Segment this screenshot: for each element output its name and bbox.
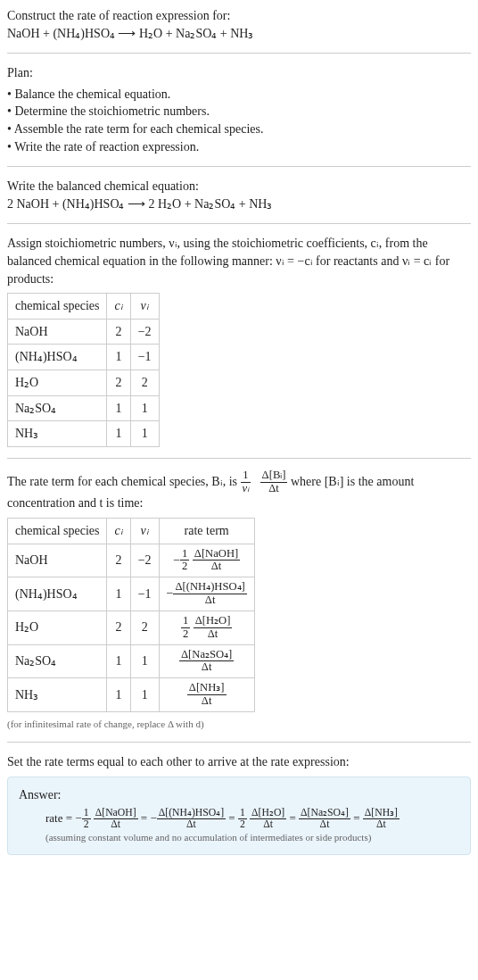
divider <box>7 53 471 54</box>
table-row: NH₃11Δ[NH₃]Δt <box>8 678 255 712</box>
dBi-dt: Δ[Bᵢ] Δt <box>260 469 288 495</box>
cell-vi: −2 <box>130 319 159 345</box>
rate-term-table: chemical species cᵢ νᵢ rate term NaOH2−2… <box>7 518 255 712</box>
table-row: (NH₄)HSO₄ 1 −1 <box>8 345 160 370</box>
frac-num: Δ[Bᵢ] <box>260 469 288 483</box>
frac-num: 1 <box>241 469 251 483</box>
table-row: NaOH2−2−12 Δ[NaOH]Δt <box>8 544 255 577</box>
prompt: Construct the rate of reaction expressio… <box>7 7 471 42</box>
cell-vi: 1 <box>130 421 159 447</box>
col-header-ci: cᵢ <box>107 518 130 544</box>
cell-vi: −2 <box>130 544 159 577</box>
rate-expression: rate = −12 Δ[NaOH]Δt = −Δ[(NH₄)HSO₄]Δt =… <box>19 808 459 832</box>
cell-rate-term: 12 Δ[H₂O]Δt <box>159 610 254 644</box>
assign-text: Assign stoichiometric numbers, νᵢ, using… <box>7 235 471 287</box>
table-row: Na₂SO₄11Δ[Na₂SO₄]Δt <box>8 644 255 678</box>
cell-ci: 1 <box>107 345 130 370</box>
rate-term-text-a: The rate term for each chemical species,… <box>7 474 241 487</box>
cell-ci: 1 <box>107 577 130 611</box>
cell-vi: −1 <box>130 577 159 611</box>
prompt-equation: NaOH + (NH₄)HSO₄ ⟶ H₂O + Na₂SO₄ + NH₃ <box>7 25 471 43</box>
cell-species: (NH₄)HSO₄ <box>8 345 107 370</box>
plan-list: Balance the chemical equation. Determine… <box>7 86 471 155</box>
cell-ci: 2 <box>107 319 130 345</box>
divider <box>7 458 471 459</box>
plan-item: Write the rate of reaction expression. <box>7 138 471 156</box>
cell-species: (NH₄)HSO₄ <box>8 577 107 611</box>
cell-species: H₂O <box>8 370 107 395</box>
col-header-species: chemical species <box>8 294 107 320</box>
cell-ci: 1 <box>107 644 130 678</box>
cell-rate-term: Δ[Na₂SO₄]Δt <box>159 644 254 678</box>
cell-ci: 2 <box>107 370 130 395</box>
cell-ci: 2 <box>107 544 130 577</box>
cell-species: Na₂SO₄ <box>8 644 107 678</box>
cell-vi: 1 <box>130 644 159 678</box>
plan-section: Plan: Balance the chemical equation. Det… <box>7 64 471 155</box>
col-header-vi: νᵢ <box>130 518 159 544</box>
cell-vi: 1 <box>130 395 159 421</box>
rate-term-text: The rate term for each chemical species,… <box>7 469 471 512</box>
divider <box>7 742 471 743</box>
cell-species: NaOH <box>8 319 107 345</box>
stoich-table: chemical species cᵢ νᵢ NaOH 2 −2 (NH₄)HS… <box>7 293 160 447</box>
cell-rate-term: Δ[NH₃]Δt <box>159 678 254 712</box>
cell-species: NH₃ <box>8 678 107 712</box>
cell-rate-term: −12 Δ[NaOH]Δt <box>159 544 254 577</box>
vi-label: νᵢ <box>141 524 149 537</box>
plan-item: Assemble the rate term for each chemical… <box>7 120 471 138</box>
plan-label: Plan: <box>7 64 471 82</box>
cell-rate-term: −Δ[(NH₄)HSO₄]Δt <box>159 577 254 611</box>
col-header-rate-term: rate term <box>159 518 254 544</box>
cell-ci: 1 <box>107 395 130 421</box>
vi-label: νᵢ <box>141 299 149 312</box>
set-equal-text: Set the rate terms equal to each other t… <box>7 753 471 771</box>
divider <box>7 166 471 167</box>
plan-item: Balance the chemical equation. <box>7 86 471 104</box>
infinitesimal-note: (for infinitesimal rate of change, repla… <box>7 718 471 731</box>
cell-species: NH₃ <box>8 421 107 447</box>
ci-label: cᵢ <box>114 524 122 537</box>
divider <box>7 223 471 224</box>
answer-box: Answer: rate = −12 Δ[NaOH]Δt = −Δ[(NH₄)H… <box>7 777 471 855</box>
cell-vi: −1 <box>130 345 159 370</box>
table-row: H₂O 2 2 <box>8 370 160 395</box>
col-header-vi: νᵢ <box>130 294 159 320</box>
cell-ci: 1 <box>107 421 130 447</box>
plan-item: Determine the stoichiometric numbers. <box>7 103 471 120</box>
answer-note: (assuming constant volume and no accumul… <box>19 831 459 844</box>
table-row: NaOH 2 −2 <box>8 319 160 345</box>
col-header-ci: cᵢ <box>107 294 130 320</box>
frac-den: νᵢ <box>241 483 251 495</box>
col-header-species: chemical species <box>8 518 107 544</box>
table-row: NH₃ 1 1 <box>8 421 160 447</box>
cell-ci: 1 <box>107 678 130 712</box>
one-over-vi: 1 νᵢ <box>241 469 251 495</box>
table-row: H₂O2212 Δ[H₂O]Δt <box>8 610 255 644</box>
vi: νᵢ <box>243 482 250 494</box>
cell-vi: 1 <box>130 678 159 712</box>
cell-species: H₂O <box>8 610 107 644</box>
cell-ci: 2 <box>107 610 130 644</box>
answer-label: Answer: <box>19 786 459 804</box>
cell-vi: 2 <box>130 370 159 395</box>
balanced-section: Write the balanced chemical equation: 2 … <box>7 178 471 212</box>
ci-label: cᵢ <box>114 299 122 312</box>
cell-species: NaOH <box>8 544 107 577</box>
table-row: (NH₄)HSO₄1−1−Δ[(NH₄)HSO₄]Δt <box>8 577 255 611</box>
balanced-equation: 2 NaOH + (NH₄)HSO₄ ⟶ 2 H₂O + Na₂SO₄ + NH… <box>7 195 471 213</box>
prompt-line1: Construct the rate of reaction expressio… <box>7 7 471 25</box>
balanced-intro: Write the balanced chemical equation: <box>7 178 471 195</box>
frac-den: Δt <box>260 483 288 495</box>
cell-vi: 2 <box>130 610 159 644</box>
cell-species: Na₂SO₄ <box>8 395 107 421</box>
table-row: Na₂SO₄ 1 1 <box>8 395 160 421</box>
